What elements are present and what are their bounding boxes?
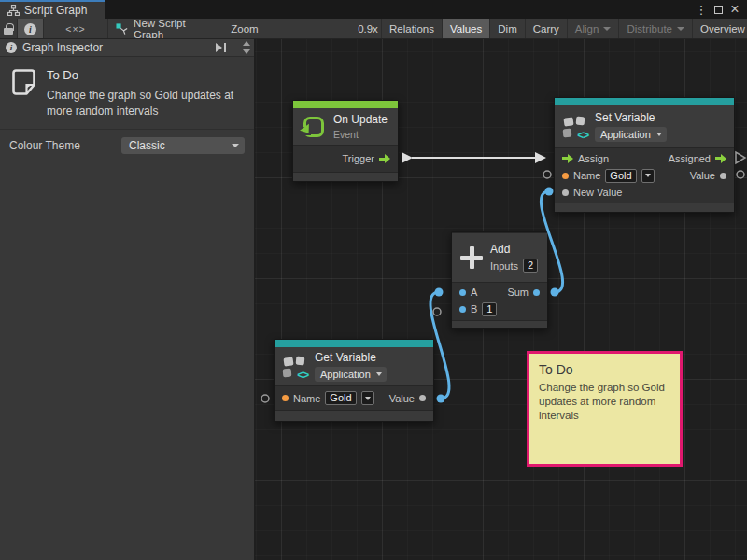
variable-scope-dropdown[interactable]: Application: [595, 127, 667, 142]
inspector-toggle-button[interactable]: i: [18, 19, 43, 39]
unconnected-flow-triangle[interactable]: [736, 152, 745, 163]
tab-title: Script Graph: [24, 4, 87, 17]
node-title: Set Variable: [595, 111, 667, 124]
dim-button[interactable]: Dim: [489, 19, 524, 39]
variable-name-dropdown[interactable]: [361, 391, 374, 405]
note-title: To Do: [47, 68, 245, 82]
info-icon: i: [6, 42, 17, 53]
overview-button[interactable]: Overview: [692, 19, 747, 39]
port-trigger-label: Trigger: [343, 153, 374, 164]
tab-script-graph[interactable]: Script Graph: [0, 0, 105, 19]
view-buttons-group: Relations Values Dim Carry Align Distrib…: [381, 19, 747, 39]
inspector-title: Graph Inspector: [22, 41, 103, 54]
port-sum-label: Sum: [507, 287, 529, 298]
port-value-label: Value: [389, 393, 415, 404]
graph-inspector-panel: i Graph Inspector To Do Change the graph…: [0, 39, 255, 560]
chevron-down-icon: [677, 27, 684, 31]
variable-name-value[interactable]: Gold: [605, 169, 636, 183]
inspector-header: i Graph Inspector: [0, 39, 254, 57]
flow-output-port[interactable]: [715, 154, 726, 163]
wire-endpoint[interactable]: [545, 188, 554, 196]
zoom-value: 0.9x: [356, 19, 380, 39]
new-value-input-port[interactable]: [562, 189, 569, 196]
maximize-icon: [714, 6, 723, 14]
colour-theme-row: Colour Theme Classic: [0, 130, 254, 161]
name-input-port[interactable]: [282, 395, 289, 401]
value-output-port[interactable]: [419, 395, 426, 401]
graph-icon: [7, 5, 20, 16]
a-input-port[interactable]: [459, 289, 466, 296]
lock-button[interactable]: [0, 19, 17, 39]
node-on-update[interactable]: On Update Event Trigger: [292, 100, 399, 182]
sticky-note-body: Change the graph so Gold updates at more…: [539, 381, 674, 423]
node-add[interactable]: Add Inputs 2 A Sum B 1: [451, 231, 548, 329]
window-tab-bar: Script Graph ⋮ ×: [0, 0, 747, 19]
inputs-count-field[interactable]: 2: [523, 259, 538, 273]
graph-note-summary: To Do Change the graph so Gold updates a…: [0, 57, 254, 130]
node-footer: [555, 203, 734, 212]
value-output-port[interactable]: [720, 173, 726, 179]
align-dropdown[interactable]: Align: [567, 19, 619, 39]
code-view-button[interactable]: <×>: [44, 19, 107, 39]
sticky-note[interactable]: To Do Change the graph so Gold updates a…: [527, 351, 683, 467]
port-a-label: A: [471, 287, 477, 298]
new-script-graph-button[interactable]: New Script Graph: [116, 19, 213, 39]
code-icon: <×>: [65, 23, 85, 35]
node-footer: [275, 410, 433, 421]
sum-output-port[interactable]: [533, 289, 540, 296]
wire-endpoint[interactable]: [437, 395, 445, 403]
flow-input-port[interactable]: [562, 154, 573, 163]
variables-icon: <>: [283, 355, 307, 379]
sticky-note-icon: [11, 68, 37, 96]
panel-scrollbar[interactable]: [243, 41, 250, 54]
window-menu-button[interactable]: ⋮: [693, 0, 710, 19]
carry-button[interactable]: Carry: [525, 19, 567, 39]
unconnected-port-ring[interactable]: [261, 395, 269, 402]
node-title: Get Variable: [315, 351, 387, 364]
variables-icon: <>: [563, 115, 587, 139]
b-value-field[interactable]: 1: [482, 302, 497, 316]
node-get-variable[interactable]: <> Get Variable Application Name Gold Va…: [274, 339, 434, 422]
graph-toolbar: i <×> New Script Graph Zoom 0.9x Relatio…: [0, 19, 747, 39]
variable-colorbar: [275, 340, 433, 347]
unconnected-port-ring[interactable]: [737, 171, 744, 178]
flow-wire-start-arrow: [402, 152, 413, 163]
port-new-value-label: New Value: [573, 187, 622, 198]
variable-scope-dropdown[interactable]: Application: [315, 367, 387, 382]
unconnected-port-ring[interactable]: [543, 171, 551, 178]
window-close-button[interactable]: ×: [726, 0, 743, 19]
dock-panel-button[interactable]: [216, 43, 226, 52]
port-name-label: Name: [293, 393, 320, 404]
window-maximize-button[interactable]: [710, 0, 726, 19]
graph-canvas[interactable]: On Update Event Trigger <> Set Variable …: [255, 39, 747, 560]
name-input-port[interactable]: [562, 173, 569, 179]
colour-theme-dropdown[interactable]: Classic: [121, 137, 245, 154]
inputs-label: Inputs: [490, 260, 518, 272]
info-icon: i: [24, 23, 36, 35]
relations-button[interactable]: Relations: [381, 19, 442, 39]
scroll-down-icon: [243, 49, 250, 54]
sticky-note-title: To Do: [539, 362, 670, 377]
node-set-variable[interactable]: <> Set Variable Application Assign Assig…: [554, 97, 735, 213]
wire-endpoint[interactable]: [435, 288, 444, 297]
event-colorbar: [293, 101, 398, 108]
flow-wire-end-arrow: [535, 152, 546, 163]
node-title: Add: [490, 243, 538, 256]
node-footer: [293, 172, 398, 181]
wire-endpoint[interactable]: [551, 288, 559, 297]
variable-name-value[interactable]: Gold: [325, 391, 356, 405]
unconnected-port-ring[interactable]: [433, 308, 441, 315]
variable-name-dropdown[interactable]: [641, 169, 655, 183]
node-subtitle: Event: [333, 129, 388, 140]
lock-icon: [4, 23, 13, 35]
add-icon: [460, 246, 483, 269]
node-footer: [452, 320, 547, 328]
distribute-dropdown[interactable]: Distribute: [618, 19, 692, 39]
port-assigned-label: Assigned: [669, 153, 711, 164]
scroll-up-icon: [243, 41, 250, 46]
flow-output-port[interactable]: [379, 154, 390, 163]
b-input-port[interactable]: [459, 306, 466, 313]
values-button[interactable]: Values: [442, 19, 489, 39]
zoom-label: Zoom: [229, 19, 261, 39]
note-body: Change the graph so Gold updates at more…: [47, 88, 245, 119]
